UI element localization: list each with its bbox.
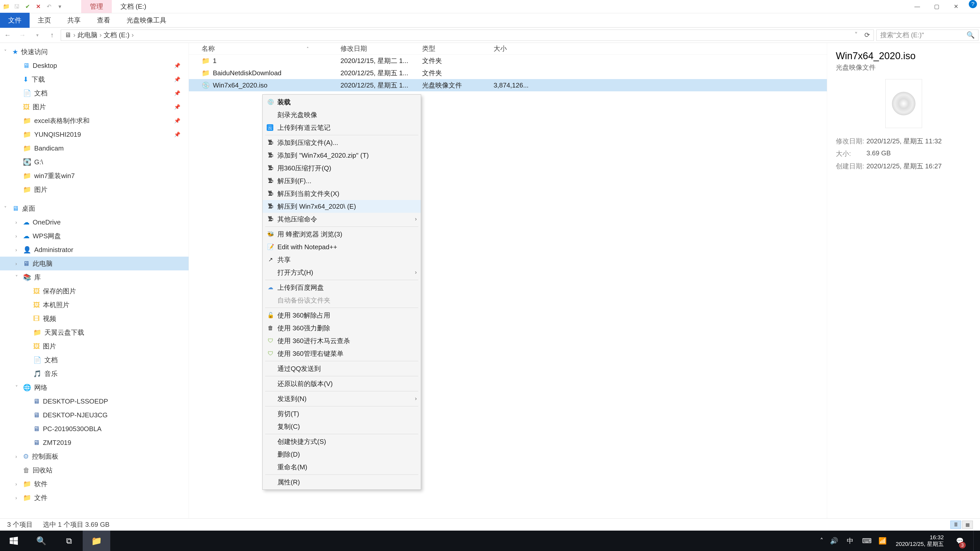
breadcrumb-drive[interactable]: 文档 (E:) xyxy=(103,30,129,40)
ctx-cut[interactable]: 剪切(T) xyxy=(262,407,421,420)
tree-yunqishi[interactable]: 📁YUNQISHI2019 xyxy=(0,127,189,141)
tree-libraries[interactable]: ˅📚库 xyxy=(0,270,189,284)
tree-video[interactable]: 🎞视频 xyxy=(0,312,189,326)
tree-documents[interactable]: 📄文档 xyxy=(0,86,189,100)
chevron-right-icon[interactable]: › xyxy=(15,233,17,239)
chevron-right-icon[interactable]: › xyxy=(15,481,17,487)
nav-history-button[interactable]: ▾ xyxy=(31,29,43,41)
view-icons-button[interactable]: ▦ xyxy=(962,521,973,529)
ctx-360-manage[interactable]: 🛡使用 360管理右键菜单 xyxy=(262,347,421,360)
volume-icon[interactable]: 🔊 xyxy=(830,537,838,545)
file-row[interactable]: 📁BaiduNetdiskDownload 2020/12/25, 星期五 1.… xyxy=(189,67,827,79)
col-mod[interactable]: 修改日期 xyxy=(337,44,418,53)
ctx-extract-cur[interactable]: 🗜解压到当前文件夹(X) xyxy=(262,187,421,200)
chevron-down-icon[interactable]: ˅ xyxy=(15,384,18,391)
ctx-extract-named[interactable]: 🗜解压到 Win7x64_2020\ (E) xyxy=(262,200,421,213)
ctx-shortcut[interactable]: 创建快捷方式(S) xyxy=(262,435,421,448)
ctx-share[interactable]: ↗共享 xyxy=(262,253,421,266)
tree-desktop-root[interactable]: ˅🖥桌面 xyxy=(0,202,189,215)
ctx-360-trojan[interactable]: 🛡使用 360进行木马云查杀 xyxy=(262,334,421,347)
tree-pics3[interactable]: 🖼图片 xyxy=(0,339,189,353)
ctx-other-compress[interactable]: 🗜其他压缩命令› xyxy=(262,213,421,225)
nav-up-button[interactable]: ↑ xyxy=(46,29,58,41)
ctx-delete[interactable]: 删除(D) xyxy=(262,448,421,461)
tree-this-pc[interactable]: ›🖥此电脑 xyxy=(0,257,189,270)
ime-language[interactable]: 中 xyxy=(845,537,856,545)
taskbar-clock[interactable]: 16:32 2020/12/25, 星期五 xyxy=(893,534,946,548)
tray-chevron-icon[interactable]: ˄ xyxy=(820,537,823,545)
search-input[interactable]: 搜索"文档 (E:)" 🔍 xyxy=(877,30,978,41)
ctx-restore[interactable]: 还原以前的版本(V) xyxy=(262,377,421,390)
col-size[interactable]: 大小 xyxy=(490,44,562,53)
ribbon-tab-share[interactable]: 共享 xyxy=(59,13,89,28)
chevron-right-icon[interactable]: › xyxy=(15,495,17,501)
ctx-add-zip-t[interactable]: 🗜添加到 "Win7x64_2020.zip" (T) xyxy=(262,149,421,162)
breadcrumb-chevron-icon[interactable]: › xyxy=(73,31,76,39)
ctx-baidu[interactable]: ☁上传到百度网盘 xyxy=(262,281,421,294)
tree-savedpics[interactable]: 🖼保存的图片 xyxy=(0,284,189,298)
minimize-button[interactable]: — xyxy=(907,0,927,13)
close-button[interactable]: ✕ xyxy=(946,0,966,13)
ctx-mount[interactable]: 💿装载 xyxy=(262,96,421,108)
ctx-open-with[interactable]: 打开方式(H)› xyxy=(262,266,421,279)
tree-pics2[interactable]: 📁图片 xyxy=(0,183,189,197)
ribbon-tab-home[interactable]: 主页 xyxy=(30,13,59,28)
dropdown-icon[interactable]: ▾ xyxy=(56,3,63,10)
tree-desktop[interactable]: 🖥Desktop xyxy=(0,59,189,73)
tree-bandicam[interactable]: 📁Bandicam xyxy=(0,141,189,155)
tree-quick-access[interactable]: ˅★快速访问 xyxy=(0,45,189,59)
view-details-button[interactable]: ≣ xyxy=(950,521,961,529)
ctx-open-360[interactable]: 🗜用360压缩打开(Q) xyxy=(262,162,421,175)
col-type[interactable]: 类型 xyxy=(418,44,490,53)
sidebar-tree[interactable]: ˅★快速访问 🖥Desktop ⬇下载 📄文档 🖼图片 📁excel表格制作求和… xyxy=(0,43,189,518)
show-desktop-button[interactable] xyxy=(974,530,977,551)
breadcrumb-chevron-icon[interactable]: › xyxy=(100,31,102,39)
ctx-copy[interactable]: 复制(C) xyxy=(262,420,421,433)
search-button[interactable]: 🔍 xyxy=(27,530,55,551)
tree-tianyi[interactable]: 📁天翼云盘下载 xyxy=(0,326,189,339)
checkmark-icon[interactable]: ✔ xyxy=(24,3,31,10)
tree-net-pc2[interactable]: 🖥DESKTOP-NJEU3CG xyxy=(0,408,189,422)
ctx-notepad[interactable]: 📝Edit with Notepad++ xyxy=(262,241,421,253)
chevron-down-icon[interactable]: ˅ xyxy=(15,274,18,280)
refresh-icon[interactable]: ⟳ xyxy=(864,31,870,39)
ctx-burn[interactable]: 刻录光盘映像 xyxy=(262,108,421,121)
tree-excel[interactable]: 📁excel表格制作求和 xyxy=(0,114,189,127)
tree-net-pc3[interactable]: 🖥PC-20190530OBLA xyxy=(0,422,189,436)
undo-icon[interactable]: ↶ xyxy=(45,3,52,10)
tree-downloads[interactable]: ⬇下载 xyxy=(0,73,189,86)
tree-pictures[interactable]: 🖼图片 xyxy=(0,100,189,114)
ribbon-tab-isotools[interactable]: 光盘映像工具 xyxy=(118,13,175,28)
file-row-selected[interactable]: 💿Win7x64_2020.iso 2020/12/25, 星期五 1... 光… xyxy=(189,79,827,91)
tab-manage[interactable]: 管理 xyxy=(81,0,112,13)
ctx-youdao[interactable]: 云上传到有道云笔记 xyxy=(262,121,421,134)
breadcrumb-pc[interactable]: 此电脑 xyxy=(78,30,97,40)
chevron-down-icon[interactable]: ˅ xyxy=(4,49,6,55)
taskbar-explorer-button[interactable]: 📁 xyxy=(83,530,110,551)
tree-net-pc4[interactable]: 🖥ZMT2019 xyxy=(0,436,189,449)
ribbon-tab-file[interactable]: 文件 xyxy=(0,13,30,28)
ctx-send-to[interactable]: 发送到(N)› xyxy=(262,392,421,405)
col-name[interactable]: 名称˄ xyxy=(189,44,337,53)
ctx-qq-send[interactable]: 通过QQ发送到 xyxy=(262,362,421,375)
tree-network[interactable]: ˅🌐网络 xyxy=(0,381,189,394)
cancel-red-icon[interactable]: ✕ xyxy=(35,3,42,10)
tree-onedrive[interactable]: ›☁OneDrive xyxy=(0,215,189,229)
chevron-right-icon[interactable]: › xyxy=(15,454,17,459)
network-icon[interactable]: 📶 xyxy=(878,537,886,545)
ribbon-tab-view[interactable]: 查看 xyxy=(89,13,118,28)
tree-software[interactable]: ›📁软件 xyxy=(0,477,189,491)
ime-mode-icon[interactable]: ⌨ xyxy=(862,537,872,545)
chevron-down-icon[interactable]: ˅ xyxy=(4,205,6,211)
ctx-rename[interactable]: 重命名(M) xyxy=(262,461,421,473)
ctx-add-zip-a[interactable]: 🗜添加到压缩文件(A)... xyxy=(262,136,421,149)
ctx-360-forcedel[interactable]: 🗑使用 360强力删除 xyxy=(262,322,421,334)
nav-back-button[interactable]: ← xyxy=(2,29,14,41)
tree-g-drive[interactable]: 💽G:\ xyxy=(0,155,189,169)
addr-dropdown-icon[interactable]: ˅ xyxy=(854,31,858,39)
action-center-button[interactable]: 💬 3 xyxy=(953,530,967,551)
task-view-button[interactable]: ⧉ xyxy=(55,530,83,551)
save-icon[interactable]: 🖫 xyxy=(13,3,21,10)
tree-control-panel[interactable]: ›⚙控制面板 xyxy=(0,449,189,463)
chevron-right-icon[interactable]: › xyxy=(15,261,17,267)
